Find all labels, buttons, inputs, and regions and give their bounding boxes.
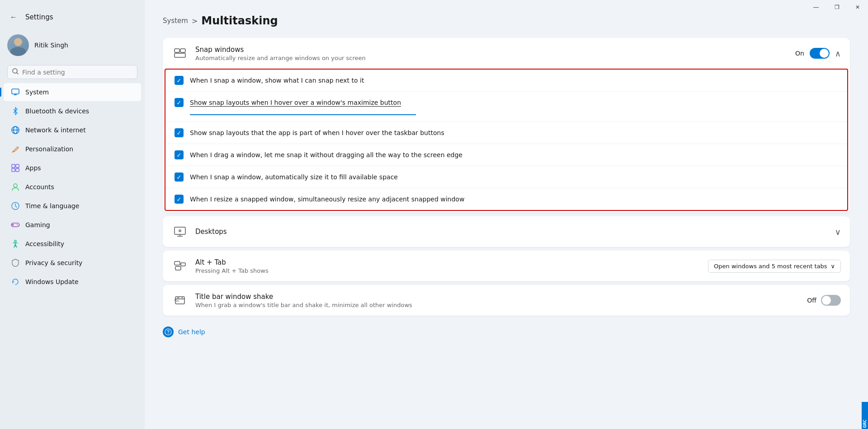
grc-badge: GRC [862, 402, 868, 429]
user-profile[interactable]: Ritik Singh [0, 31, 145, 63]
svg-rect-22 [180, 49, 185, 52]
accounts-icon [11, 182, 20, 191]
sidebar-item-accessibility[interactable]: Accessibility [4, 235, 141, 253]
snap-windows-title: Snap windows [195, 46, 788, 54]
sidebar-item-label-time: Time & language [25, 202, 79, 210]
sidebar-item-label-privacy: Privacy & security [25, 259, 82, 266]
snap-option-3[interactable]: Show snap layouts that the app is part o… [165, 122, 847, 144]
sidebar-item-apps[interactable]: Apps [4, 159, 141, 177]
svg-rect-24 [175, 227, 185, 234]
snap-option-text-1: When I snap a window, show what I can sn… [190, 77, 364, 84]
alt-tab-dropdown-chevron-icon: ∨ [830, 263, 835, 270]
svg-point-20 [14, 240, 16, 242]
svg-line-1 [17, 73, 18, 74]
personalization-icon [11, 145, 20, 154]
alt-tab-info: Alt + Tab Pressing Alt + Tab shows [195, 258, 701, 274]
get-help-text: Get help [178, 328, 205, 336]
sidebar-item-gaming[interactable]: Gaming [4, 216, 141, 234]
snap-checkbox-4[interactable] [175, 150, 184, 159]
snap-checkbox-2[interactable] [175, 98, 184, 107]
sidebar-item-label-accessibility: Accessibility [25, 240, 64, 247]
snap-windows-header[interactable]: Snap windows Automatically resize and ar… [163, 38, 850, 69]
time-icon [11, 201, 20, 210]
get-help-link[interactable]: Get help [163, 326, 850, 337]
sidebar-item-system[interactable]: System [4, 83, 141, 101]
snap-option-text-5: When I snap a window, automatically size… [190, 173, 398, 181]
breadcrumb-separator: > [192, 17, 198, 25]
svg-rect-28 [175, 261, 180, 265]
search-input[interactable] [22, 69, 132, 76]
sidebar-item-time[interactable]: Time & language [4, 197, 141, 215]
title-bar-description: When I grab a window's title bar and sha… [195, 302, 800, 308]
svg-point-12 [14, 184, 17, 187]
alt-tab-icon [172, 258, 188, 274]
network-icon [11, 126, 20, 135]
snap-checkbox-3[interactable] [175, 128, 184, 137]
snap-checkbox-1[interactable] [175, 76, 184, 85]
svg-rect-29 [181, 263, 185, 266]
snap-option-5[interactable]: When I snap a window, automatically size… [165, 166, 847, 188]
avatar-image [7, 34, 29, 56]
snap-checkbox-6[interactable] [175, 195, 184, 204]
svg-rect-9 [16, 164, 19, 168]
accessibility-icon [11, 239, 20, 248]
title-bar-toggle[interactable] [821, 295, 841, 306]
sidebar-item-label-system: System [25, 89, 49, 96]
svg-rect-2 [12, 89, 19, 94]
breadcrumb: System > Multitasking [163, 14, 850, 27]
minimize-button[interactable]: — [806, 0, 826, 14]
svg-point-18 [17, 224, 18, 225]
sidebar-item-label-gaming: Gaming [25, 221, 50, 228]
system-icon [11, 88, 20, 97]
snap-windows-description: Automatically resize and arrange windows… [195, 55, 788, 61]
svg-point-34 [168, 334, 169, 335]
snap-checkbox-5[interactable] [175, 173, 184, 182]
snap-option-2[interactable]: Show snap layouts when I hover over a wi… [165, 92, 847, 122]
sidebar-item-personalization[interactable]: Personalization [4, 140, 141, 158]
sidebar-item-update[interactable]: Windows Update [4, 273, 141, 291]
alt-tab-title: Alt + Tab [195, 258, 701, 266]
close-button[interactable]: ✕ [847, 0, 868, 14]
alt-tab-dropdown[interactable]: Open windows and 5 most recent tabs ∨ [708, 260, 841, 273]
breadcrumb-system: System [163, 17, 188, 25]
svg-rect-10 [12, 168, 15, 172]
search-icon [12, 68, 19, 76]
get-help-icon [163, 326, 174, 337]
privacy-icon [11, 258, 20, 267]
snap-option-1[interactable]: When I snap a window, show what I can sn… [165, 70, 847, 92]
alt-tab-panel: Alt + Tab Pressing Alt + Tab shows Open … [163, 251, 850, 281]
main-content: System > Multitasking Snap windows Autom… [145, 0, 868, 429]
snap-windows-icon [172, 45, 188, 61]
desktops-chevron-icon[interactable]: ∨ [835, 227, 841, 237]
sidebar-item-label-personalization: Personalization [25, 145, 73, 153]
snap-chevron-up-icon[interactable]: ∧ [835, 49, 841, 58]
breadcrumb-current: Multitasking [201, 14, 278, 27]
sidebar-item-label-apps: Apps [25, 164, 41, 172]
sidebar-item-network[interactable]: Network & internet [4, 121, 141, 139]
snap-windows-info: Snap windows Automatically resize and ar… [195, 46, 788, 61]
snap-toggle-label: On [795, 50, 804, 57]
maximize-button[interactable]: ❐ [826, 0, 847, 14]
sidebar: ← Settings Ritik Singh System [0, 0, 145, 429]
search-box[interactable] [7, 65, 137, 79]
snap-option-text-2: Show snap layouts when I hover over a wi… [190, 99, 401, 106]
avatar [7, 34, 29, 56]
alt-tab-dropdown-value: Open windows and 5 most recent tabs [714, 263, 827, 270]
sidebar-item-label-accounts: Accounts [25, 183, 54, 191]
snap-option-text-4: When I drag a window, let me snap it wit… [190, 151, 462, 159]
svg-point-19 [18, 225, 19, 226]
alt-tab-description: Pressing Alt + Tab shows [195, 267, 701, 274]
snap-toggle[interactable] [810, 48, 830, 59]
svg-rect-31 [175, 297, 184, 304]
title-bar-info: Title bar window shake When I grab a win… [195, 293, 800, 308]
snap-option-text-3: Show snap layouts that the app is part o… [190, 129, 444, 136]
sidebar-item-bluetooth[interactable]: Bluetooth & devices [4, 102, 141, 120]
desktops-panel[interactable]: Desktops ∨ [163, 216, 850, 247]
sidebar-item-privacy[interactable]: Privacy & security [4, 254, 141, 272]
snap-option-6[interactable]: When I resize a snapped window, simultan… [165, 188, 847, 210]
back-button[interactable]: ← [7, 11, 20, 23]
sidebar-item-accounts[interactable]: Accounts [4, 178, 141, 196]
snap-option-4[interactable]: When I drag a window, let me snap it wit… [165, 144, 847, 166]
gaming-icon [11, 220, 20, 229]
title-bar-icon [172, 292, 188, 308]
